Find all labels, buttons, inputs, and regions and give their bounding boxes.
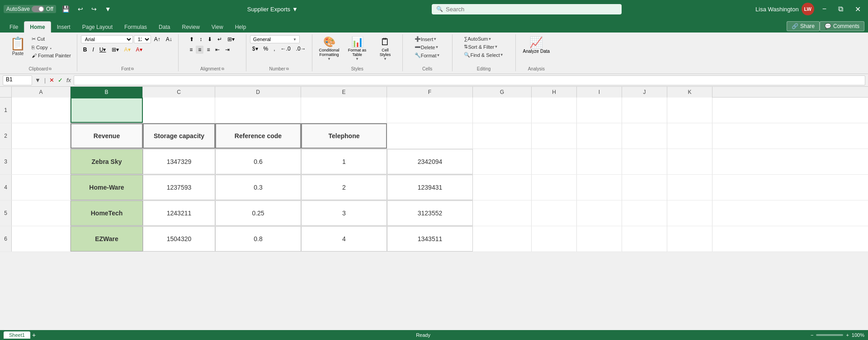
- cell-d5[interactable]: 0.25: [215, 200, 301, 226]
- increase-indent-button[interactable]: ⇥: [223, 46, 232, 54]
- cell-i5[interactable]: [577, 200, 622, 226]
- cell-h5[interactable]: [532, 200, 577, 226]
- close-button[interactable]: ✕: [851, 4, 864, 14]
- cell-i3[interactable]: [577, 149, 622, 174]
- col-header-a[interactable]: A: [12, 87, 71, 98]
- currency-button[interactable]: $▾: [250, 45, 260, 53]
- cell-f1[interactable]: [387, 98, 473, 123]
- cell-d3[interactable]: 0.6: [215, 149, 301, 174]
- cell-k4[interactable]: [667, 175, 712, 200]
- cell-g5[interactable]: [473, 200, 532, 226]
- cell-reference-box[interactable]: B1: [3, 75, 32, 85]
- wrap-text-button[interactable]: ↵: [215, 35, 224, 43]
- tab-formulas[interactable]: Formulas: [118, 21, 153, 33]
- cell-k3[interactable]: [667, 149, 712, 174]
- cell-j4[interactable]: [622, 175, 667, 200]
- number-format-dropdown[interactable]: General ▼: [250, 35, 300, 43]
- find-select-button[interactable]: 🔍 Find & Select ▼: [462, 51, 505, 59]
- fill-color-button[interactable]: A▾: [122, 46, 133, 54]
- cell-a6[interactable]: [12, 226, 71, 252]
- sort-filter-button[interactable]: ⇅ Sort & Filter ▼: [462, 43, 505, 51]
- cell-d1[interactable]: [215, 98, 301, 123]
- cell-j2[interactable]: [622, 123, 667, 149]
- confirm-formula-icon[interactable]: ✓: [57, 77, 64, 84]
- tab-view[interactable]: View: [206, 21, 229, 33]
- expand-formula-icon[interactable]: ▼: [34, 77, 42, 84]
- cell-e2[interactable]: Telephone: [301, 123, 387, 149]
- cell-h4[interactable]: [532, 175, 577, 200]
- col-header-b[interactable]: B: [71, 87, 143, 98]
- cell-g1[interactable]: [473, 98, 532, 123]
- cell-a5[interactable]: [12, 200, 71, 226]
- zoom-out-button[interactable]: −: [811, 332, 813, 338]
- autosave-toggle[interactable]: AutoSave Off: [4, 5, 56, 13]
- font-name-select[interactable]: Arial: [81, 35, 133, 43]
- comma-button[interactable]: ,: [271, 45, 277, 53]
- clipboard-expand-icon[interactable]: ⧉: [49, 67, 52, 71]
- decrease-indent-button[interactable]: ⇤: [213, 46, 222, 54]
- percent-button[interactable]: %: [261, 45, 271, 53]
- tab-page-layout[interactable]: Page Layout: [76, 21, 118, 33]
- avatar[interactable]: LW: [802, 3, 814, 15]
- sheet-tab-1[interactable]: Sheet1: [4, 331, 30, 339]
- tab-help[interactable]: Help: [229, 21, 252, 33]
- increase-font-button[interactable]: A↑: [152, 35, 163, 43]
- cell-c5[interactable]: 1243211: [143, 200, 215, 226]
- cell-h3[interactable]: [532, 149, 577, 174]
- cell-k6[interactable]: [667, 226, 712, 252]
- cut-button[interactable]: ✂ Cut: [29, 35, 47, 43]
- cell-i2[interactable]: [577, 123, 622, 149]
- cell-j3[interactable]: [622, 149, 667, 174]
- redo-icon[interactable]: ↪: [89, 5, 99, 14]
- restore-button[interactable]: ⧉: [835, 4, 847, 14]
- format-button[interactable]: 🔧 Format ▼: [412, 51, 443, 59]
- undo-icon[interactable]: ↩: [75, 5, 85, 14]
- search-box[interactable]: 🔍: [432, 4, 622, 14]
- delete-button[interactable]: ➖ Delete ▼: [412, 43, 443, 51]
- tab-home[interactable]: Home: [24, 21, 51, 33]
- italic-button[interactable]: I: [90, 46, 96, 54]
- cell-j1[interactable]: [622, 98, 667, 123]
- cell-f6[interactable]: 1343511: [387, 226, 473, 252]
- cell-b1[interactable]: [71, 98, 143, 123]
- align-bottom-button[interactable]: ⬇: [205, 35, 214, 43]
- align-right-button[interactable]: ≡: [204, 46, 212, 54]
- decrease-decimal-button[interactable]: ←.0: [278, 45, 293, 53]
- tab-file[interactable]: File: [4, 21, 24, 33]
- font-expand-icon[interactable]: ⧉: [131, 67, 134, 71]
- zoom-slider[interactable]: [816, 334, 843, 336]
- autosum-button[interactable]: ∑ AutoSum ▼: [462, 35, 505, 42]
- align-middle-button[interactable]: ↕: [197, 35, 204, 43]
- format-painter-button[interactable]: 🖌 Format Painter: [29, 52, 73, 59]
- cell-d6[interactable]: 0.8: [215, 226, 301, 252]
- quick-access-icon[interactable]: ▼: [103, 5, 113, 14]
- cell-g2[interactable]: [473, 123, 532, 149]
- decrease-font-button[interactable]: A↓: [164, 35, 175, 43]
- cell-f5[interactable]: 3123552: [387, 200, 473, 226]
- cell-c3[interactable]: 1347329: [143, 149, 215, 174]
- merge-button[interactable]: ⊞▾: [225, 35, 237, 43]
- align-top-button[interactable]: ⬆: [187, 35, 196, 43]
- col-header-i[interactable]: I: [577, 87, 622, 98]
- col-header-f[interactable]: F: [387, 87, 473, 98]
- cell-f3[interactable]: 2342094: [387, 149, 473, 174]
- cell-e4[interactable]: 2: [301, 175, 387, 200]
- insert-function-icon[interactable]: fx: [66, 77, 72, 84]
- cell-h2[interactable]: [532, 123, 577, 149]
- col-header-k[interactable]: K: [667, 87, 712, 98]
- cell-k1[interactable]: [667, 98, 712, 123]
- cell-g3[interactable]: [473, 149, 532, 174]
- cell-c2[interactable]: Storage capacity: [143, 123, 215, 149]
- cell-a3[interactable]: [12, 149, 71, 174]
- font-size-select[interactable]: 12: [134, 35, 151, 43]
- cell-b5[interactable]: HomeTech: [71, 200, 143, 226]
- insert-button[interactable]: ➕ Insert ▼: [412, 35, 443, 43]
- number-expand-icon[interactable]: ⧉: [286, 67, 289, 71]
- cell-b4[interactable]: Home-Ware: [71, 175, 143, 200]
- cell-i4[interactable]: [577, 175, 622, 200]
- formula-input[interactable]: [74, 75, 865, 85]
- alignment-expand-icon[interactable]: ⧉: [222, 67, 224, 71]
- save-icon[interactable]: 💾: [60, 5, 72, 14]
- col-header-c[interactable]: C: [143, 87, 215, 98]
- cell-f2[interactable]: [387, 123, 473, 149]
